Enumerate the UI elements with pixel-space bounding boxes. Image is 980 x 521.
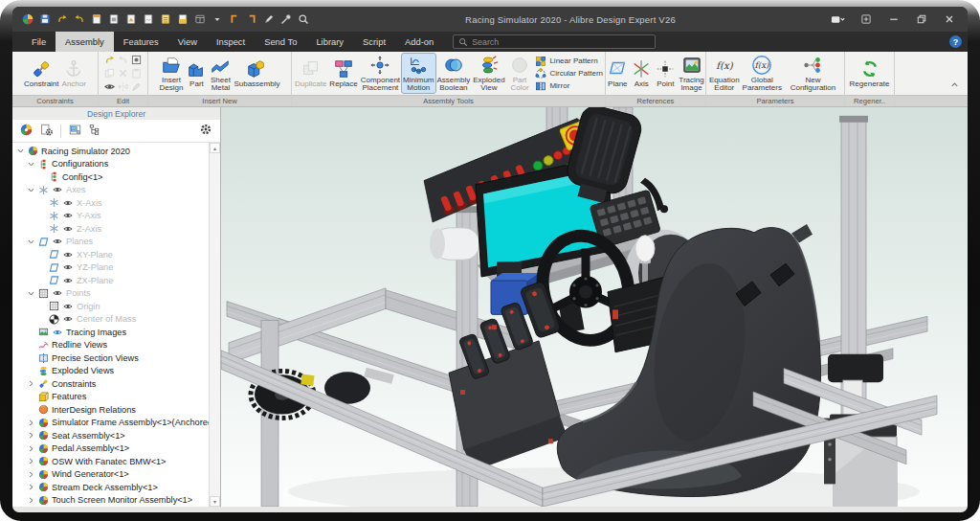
qat-zoom-search[interactable] [296,11,310,27]
tree-item-origin[interactable]: Origin [12,300,209,313]
servo-drum[interactable] [430,228,479,260]
tree-item-z-axis[interactable]: Z-Axis [12,222,209,236]
tree-item-x-axis[interactable]: X-Axis [12,196,209,210]
tree-item-points[interactable]: Points [12,287,209,301]
qat-redo[interactable] [72,11,86,27]
tree-item-exploded-views[interactable]: Exploded Views [12,365,209,378]
new-window-button[interactable] [858,12,873,27]
constraint-button[interactable]: Constraint [23,57,59,89]
exploded-view-button[interactable]: Exploded View [472,54,505,94]
part-button[interactable]: Part [185,57,208,89]
insert-design-button[interactable]: Insert Design [159,54,185,94]
circular-pattern-button[interactable]: Circular Pattern [535,68,603,79]
tree-item-constraints[interactable]: Constraints [12,377,209,391]
qat-annotate-pencil[interactable] [261,11,276,27]
tree-item-configurations[interactable]: Configurations [12,158,209,171]
tree-item-redline-views[interactable]: Redline Views [12,339,209,352]
tree-item-center-of-mass[interactable]: Center of Mass [12,313,209,327]
menu-tab-inspect[interactable]: Inspect [207,32,255,52]
tree-item-tracing-images[interactable]: Tracing Images [12,326,209,339]
search-input[interactable]: Search [453,34,656,49]
tree-item-racing-simulator-2020[interactable]: Racing Simulator 2020 [12,145,209,158]
tree-item-planes[interactable]: Planes [12,236,209,249]
menu-tab-assembly[interactable]: Assembly [56,32,114,52]
maximize-button[interactable] [914,12,928,27]
tree-item-seat-assembly-1[interactable]: Seat Assembly<1> [12,429,209,442]
ribbon-collapse-button[interactable] [949,77,960,94]
tree-item-axes[interactable]: Axes [12,184,209,197]
component-placement-button[interactable]: Component Placement [360,54,401,94]
minimize-button[interactable] [886,12,901,27]
regenerate-button[interactable]: Regenerate [849,57,891,89]
tree-item-features[interactable]: Features [12,391,209,404]
minimum-motion-button[interactable]: Minimum Motion [402,54,434,94]
tree-item-osw-with-fanatec-bmw-1[interactable]: OSW With Fanatec BMW<1> [12,455,209,468]
mirror-button[interactable]: Mirror [535,80,603,92]
menu-tab-script[interactable]: Script [353,32,395,52]
plane-button[interactable]: Plane [606,57,629,89]
ribbon-display-button[interactable] [831,12,845,27]
tree-item-yz-plane[interactable]: YZ-Plane [12,261,209,275]
edit-undo-button[interactable] [103,54,117,67]
panel-colorwheel-button[interactable] [20,123,33,140]
panel-gear-button[interactable] [199,123,212,140]
edit-paste-button[interactable] [130,67,144,80]
edit-delete-button[interactable] [117,67,130,80]
sheet-metal-button[interactable]: Sheet Metal [209,54,232,94]
tree-item-interdesign-relations[interactable]: InterDesign Relations [12,403,209,417]
edit-edit-button[interactable] [130,80,144,94]
replace-button[interactable]: Replace [328,57,358,89]
qat-new-part[interactable] [89,11,103,27]
qat-new-bom[interactable] [158,11,172,27]
qat-app-logo[interactable] [20,11,34,27]
viewport-3d[interactable] [221,107,968,507]
scroll-down-button[interactable]: ▾ [210,496,220,507]
tracing-image-button[interactable]: Tracing Image [678,54,704,94]
tree-item-zx-plane[interactable]: ZX-Plane [12,274,209,287]
menu-tab-send-to[interactable]: Send To [255,32,306,52]
qat-measure-probe[interactable] [278,11,293,27]
qat-new-assembly[interactable] [106,11,121,27]
qat-new-sheet-metal[interactable] [141,11,155,27]
panel-title[interactable]: Design Explorer [12,107,220,120]
qat-undo[interactable] [55,11,69,27]
scroll-up-button[interactable]: ▴ [210,143,220,153]
tree-item-touch-screen-monitor-assembly-1[interactable]: Touch Screen Monitor Assembly<1> [12,494,209,508]
tree-item-xy-plane[interactable]: XY-Plane [12,248,209,261]
edit-visibility-button[interactable] [103,80,117,94]
tree-item-y-axis[interactable]: Y-Axis [12,210,209,223]
equation-editor-button[interactable]: f(x)Equation Editor [708,54,741,94]
tree-item-stream-deck-assembly-1[interactable]: Stream Deck Assembly<1> [12,481,209,494]
tree-item-precise-section-views[interactable]: Precise Section Views [12,351,209,365]
point-button[interactable]: Point [654,57,677,89]
panel-tree-view-button[interactable] [89,123,101,140]
linear-pattern-button[interactable]: Linear Pattern [535,56,603,67]
new-configuration-button[interactable]: New Configuration [784,54,842,94]
axis-button[interactable]: Axis [630,57,653,89]
assembly-boolean-button[interactable]: Assembly Boolean [436,54,472,94]
tree-item-wind-generator-1[interactable]: Wind Generator<1> [12,468,209,482]
edit-properties-button[interactable] [130,54,144,67]
qat-dropdown-caret[interactable] [210,11,224,27]
subassembly-button[interactable]: Subassembly [233,57,280,89]
edit-flip-button[interactable] [117,80,130,94]
menu-tab-view[interactable]: View [168,32,207,52]
tree-item-simulator-frame-assembly-1-anchored[interactable]: Simulator Frame Assembly<1>(Anchored) [12,417,209,430]
qat-select-bracket-right[interactable] [244,11,258,27]
qat-window-manager[interactable] [192,11,207,27]
tree-item-pedal-assembly-1[interactable]: Pedal Assembly<1> [12,442,209,456]
qat-save[interactable] [37,11,52,27]
close-button[interactable] [942,12,956,27]
menu-tab-file[interactable]: File [22,32,56,52]
panel-img-panel-button[interactable] [69,123,81,140]
global-parameters-button[interactable]: f(x)Global Parameters [742,54,783,94]
qat-open-file[interactable] [175,11,189,27]
menu-tab-add-on[interactable]: Add-on [395,32,443,52]
help-icon[interactable]: ? [949,35,962,48]
menu-tab-library[interactable]: Library [306,32,353,52]
qat-select-bracket-left[interactable] [227,11,241,27]
panel-doc-gear-button[interactable] [40,123,53,140]
tree-item-config-1[interactable]: Config<1> [12,170,209,184]
edit-copy-button[interactable] [103,67,117,80]
tree-scrollbar[interactable]: ▴ ▾ [209,143,220,507]
